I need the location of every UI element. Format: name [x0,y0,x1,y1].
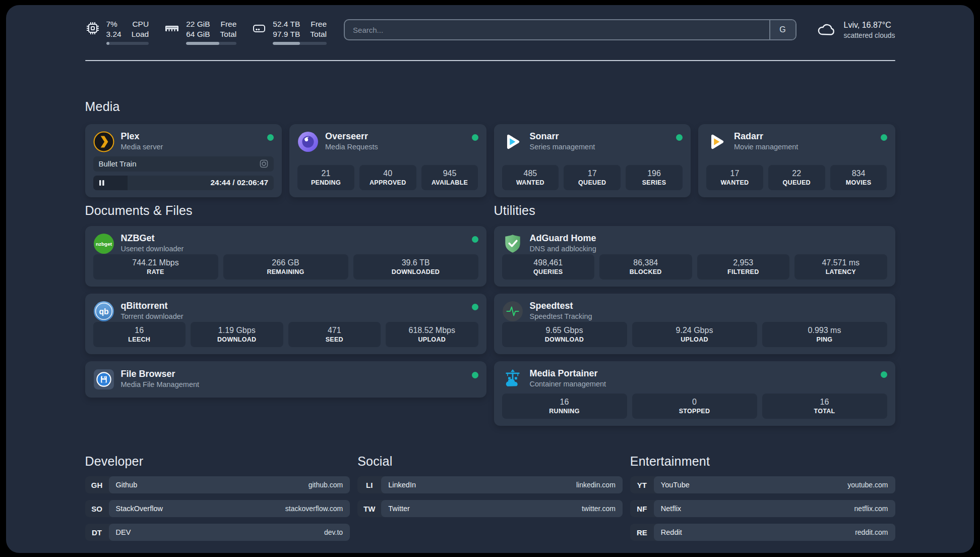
cloud-icon [816,19,838,41]
disk-progress-bar [273,42,327,45]
status-dot [676,134,683,141]
link-url: reddit.com [855,528,888,536]
cpu-usage-label: CPU [132,19,149,29]
memory-progress-bar [186,42,236,45]
stat-blocked: 86,384BLOCKED [599,254,692,280]
stat-pending: 21PENDING [297,165,354,190]
link-abbr: LI [357,476,381,493]
link-dev[interactable]: DT DEV dev.to [85,524,350,541]
app-title: Sonarr [530,131,595,142]
stat-stopped: 0STOPPED [632,394,757,419]
app-card-nzbget[interactable]: nzbget NZBGet Usenet downloader 744.21 M… [85,226,486,287]
stat-upload: 9.24 GbpsUPLOAD [632,322,757,347]
stat-available: 945AVAILABLE [421,165,478,190]
section-title-documents: Documents & Files [85,203,486,218]
app-title: Overseerr [325,131,378,142]
memory-free-label: Free [220,19,237,29]
utilities-column: Utilities [494,203,895,426]
link-netflix[interactable]: NF Netflix netflix.com [630,500,895,517]
link-github[interactable]: GH Github github.com [85,476,350,493]
stat-download: 9.65 GbpsDOWNLOAD [502,322,627,347]
disk-icon [252,21,267,38]
svg-text:qb: qb [99,307,108,316]
stat-seed: 471SEED [288,322,381,347]
link-reddit[interactable]: RE Reddit reddit.com [630,524,895,541]
link-abbr: RE [630,524,654,541]
app-card-radarr[interactable]: Radarr Movie management 17WANTED 22QUEUE… [698,124,895,197]
filebrowser-icon [93,369,114,390]
stat-filtered: 2,953FILTERED [697,254,790,280]
playback-progress-row[interactable]: 24:44 / 02:06:47 [93,176,274,191]
link-name: LinkedIn [388,481,416,489]
section-title-media: Media [85,99,895,114]
link-group-entertainment: Entertainment YT YouTube youtube.com NF … [630,454,895,541]
app-subtitle: Torrent downloader [121,311,183,322]
app-card-qbittorrent[interactable]: qb qBittorrent Torrent downloader 16LEEC… [85,294,486,354]
qbittorrent-icon: qb [93,301,114,322]
link-name: Netflix [661,505,681,513]
link-abbr: NF [630,500,654,517]
svg-text:nzbget: nzbget [95,241,112,247]
app-card-plex[interactable]: Plex Media server Bullet Train [85,124,282,197]
radarr-icon [706,131,727,152]
cpu-widget: 7% 3.24 CPU Load [85,19,149,45]
stat-queued: 17QUEUED [564,165,621,190]
app-card-filebrowser[interactable]: File Browser Media File Management [85,361,486,398]
stat-wanted: 485WANTED [502,165,559,190]
section-title-developer: Developer [85,454,350,469]
app-card-sonarr[interactable]: Sonarr Series management 485WANTED 17QUE… [494,124,691,197]
app-subtitle: Usenet downloader [121,244,184,254]
session-icon [260,159,268,168]
link-twitter[interactable]: TW Twitter twitter.com [357,500,623,517]
app-card-overseerr[interactable]: Overseerr Media Requests 21PENDING 40APP… [289,124,486,197]
speedtest-icon [502,301,523,322]
memory-total-label: Total [220,29,237,39]
link-url: linkedin.com [576,481,616,489]
app-card-portainer[interactable]: Media Portainer Container management 16R… [494,361,895,426]
app-subtitle: Media server [121,142,163,152]
memory-widget: 22 GiB 64 GiB Free Total [164,19,236,45]
stat-queued: 22QUEUED [768,165,825,190]
disk-total-value: 97.9 TB [273,29,300,39]
app-card-adguard[interactable]: AdGuard Home DNS and adblocking 498,461Q… [494,226,895,287]
stat-latency: 47.571 msLATENCY [794,254,887,280]
cpu-usage-value: 7% [106,19,121,29]
link-youtube[interactable]: YT YouTube youtube.com [630,476,895,493]
link-abbr: TW [357,500,381,517]
link-linkedin[interactable]: LI LinkedIn linkedin.com [357,476,623,493]
adguard-icon [502,233,523,254]
cpu-load-value: 3.24 [106,29,121,39]
weather-widget: Lviv, 16.87°C scattered clouds [816,19,895,41]
stat-running: 16RUNNING [502,394,627,419]
now-playing-title: Bullet Train [99,159,137,168]
overseerr-icon [297,131,319,152]
search-input[interactable] [345,20,769,39]
app-card-speedtest[interactable]: Speedtest Speedtest Tracking 9.65 GbpsDO… [494,294,895,354]
app-title: Speedtest [530,301,592,311]
app-subtitle: Media File Management [121,379,200,390]
disk-widget: 52.4 TB 97.9 TB Free Total [252,19,327,45]
status-dot [267,134,274,141]
app-title: Media Portainer [530,368,606,379]
app-subtitle: Movie management [734,142,798,152]
link-name: Twitter [388,505,410,513]
media-grid: Plex Media server Bullet Train [85,124,895,197]
stat-queries: 498,461QUERIES [502,254,595,280]
link-stackoverflow[interactable]: SO StackOverflow stackoverflow.com [85,500,350,517]
stat-download: 1.19 GbpsDOWNLOAD [191,322,283,347]
link-abbr: YT [630,476,654,493]
status-dot [881,134,887,141]
pause-icon[interactable] [99,180,105,186]
search-engine-button[interactable]: G [769,20,795,39]
app-subtitle: Container management [530,379,606,389]
link-abbr: GH [85,476,109,493]
status-dot [472,304,478,310]
nzbget-icon: nzbget [93,233,114,254]
app-subtitle: Series management [530,142,595,152]
link-name: DEV [116,528,131,536]
disk-total-label: Total [310,29,327,39]
app-subtitle: DNS and adblocking [530,244,596,254]
disk-free-value: 52.4 TB [273,19,300,29]
section-title-entertainment: Entertainment [630,454,895,469]
system-stats: 7% 3.24 CPU Load [85,19,327,45]
